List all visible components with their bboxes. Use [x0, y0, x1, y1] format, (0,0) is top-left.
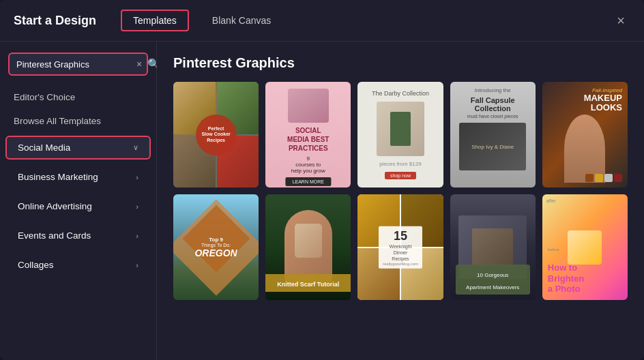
close-button[interactable]: ×	[611, 10, 630, 31]
search-input[interactable]	[16, 59, 131, 70]
template-card[interactable]: The Darby Collection pieces from $129 sh…	[357, 82, 443, 188]
template-card[interactable]: PerfectSlow CookerRecipes	[173, 82, 259, 188]
sidebar-item-browse-all[interactable]: Browse All Templates	[3, 110, 153, 132]
sidebar-category-social-media[interactable]: Social Media ∨	[5, 136, 151, 160]
modal: Start a Design Templates Blank Canvas × …	[0, 0, 644, 360]
main-content: Pinterest Graphics PerfectSlow CookerRec…	[157, 42, 644, 360]
sidebar-category-events-cards[interactable]: Events and Cards ›	[5, 224, 151, 247]
chevron-down-icon: ›	[136, 173, 138, 181]
template-card[interactable]: Top 9 Things To Do: OREGON	[173, 194, 259, 300]
modal-title: Start a Design	[14, 14, 96, 28]
chevron-down-icon: ∨	[133, 143, 138, 152]
modal-header: Start a Design Templates Blank Canvas ×	[0, 0, 644, 42]
template-grid: PerfectSlow CookerRecipes SOCIALMEDIA BE…	[173, 82, 628, 300]
section-title: Pinterest Graphics	[173, 55, 628, 71]
sidebar-category-business-marketing[interactable]: Business Marketing ›	[5, 165, 151, 189]
template-card[interactable]: after How toBrightena Photo before	[542, 194, 628, 300]
sidebar-category-online-advertising[interactable]: Online Advertising ›	[5, 194, 151, 218]
template-card[interactable]: SOCIALMEDIA BESTPRACTICES 9courses tohel…	[265, 82, 351, 188]
modal-body: × 🔍 Editor's Choice Browse All Templates…	[0, 42, 644, 360]
template-card[interactable]: 15 WeeknightDinnerRecipes reallygoodblog…	[357, 194, 443, 300]
sidebar-category-collages[interactable]: Collages ›	[5, 253, 151, 277]
sidebar: × 🔍 Editor's Choice Browse All Templates…	[0, 42, 157, 360]
template-card[interactable]: Fall-Inspired MAKEUPLOOKS	[542, 82, 628, 188]
tab-templates[interactable]: Templates	[121, 10, 189, 31]
sidebar-item-editors-choice[interactable]: Editor's Choice	[3, 87, 153, 108]
template-card[interactable]: 10 GorgeousApartment Makeovers	[450, 194, 536, 300]
chevron-down-icon: ›	[136, 202, 138, 211]
template-card[interactable]: Knitted Scarf Tutorial	[265, 194, 351, 300]
tab-blank-canvas[interactable]: Blank Canvas	[200, 10, 283, 31]
chevron-down-icon: ›	[136, 261, 138, 269]
chevron-down-icon: ›	[136, 232, 138, 240]
search-box[interactable]: × 🔍	[8, 52, 148, 76]
template-card[interactable]: Introducing the Fall CapsuleCollection m…	[450, 82, 536, 188]
clear-search-button[interactable]: ×	[136, 59, 142, 70]
